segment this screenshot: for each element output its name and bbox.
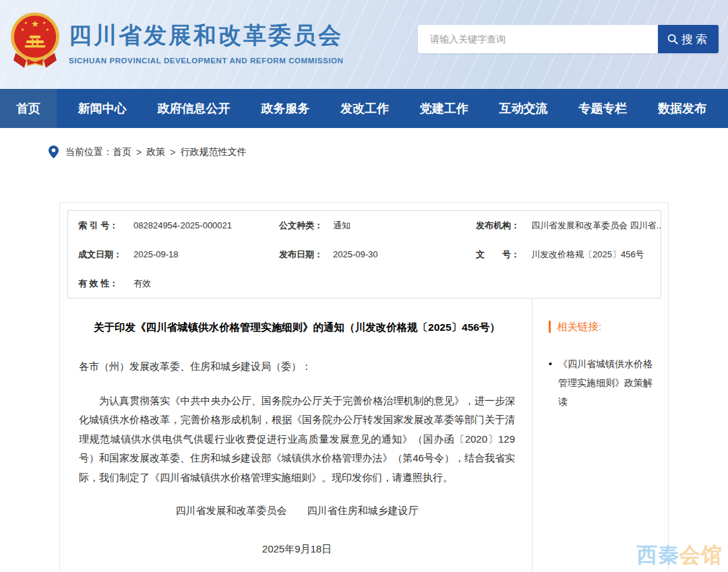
- breadcrumb-policy[interactable]: 政策: [146, 146, 165, 158]
- document-date: 2025年9月18日: [79, 543, 515, 556]
- meta-value-index-no: 082824954-2025-000021: [133, 220, 279, 230]
- nav-item-services[interactable]: 政务服务: [251, 89, 319, 128]
- meta-value-validity: 有效: [133, 278, 279, 290]
- document-panel: 索 引 号： 082824954-2025-000021 公文种类： 通知 发布…: [59, 202, 669, 572]
- document-title: 关于印发《四川省城镇供水价格管理实施细则》的通知（川发改价格规〔2025〕456…: [79, 319, 515, 336]
- search-input[interactable]: [418, 25, 658, 53]
- related-links-sidebar: 相关链接: • 《四川省城镇供水价格管理实施细则》政策解读: [532, 299, 668, 572]
- meta-label-index-no: 索 引 号：: [78, 220, 133, 232]
- svg-text:★: ★: [31, 19, 39, 29]
- document-body: 为认真贯彻落实《中共中央办公厅、国务院办公厅关于完善价格治理机制的意见》，进一步…: [79, 391, 515, 488]
- meta-label-doc-number: 文 号：: [476, 249, 531, 261]
- svg-text:★: ★: [46, 27, 50, 32]
- meta-value-issuer: 四川省发展和改革委员会 四川省...: [531, 220, 661, 232]
- nav-item-party-work[interactable]: 党建工作: [411, 89, 478, 128]
- svg-text:★: ★: [42, 20, 47, 25]
- nav-item-interaction[interactable]: 互动交流: [490, 89, 557, 128]
- site-title-block: 四川省发展和改革委员会 SICHUAN PROVINCIAL DEVELOPME…: [69, 20, 344, 65]
- search-button[interactable]: 搜索: [658, 25, 719, 53]
- meta-value-publish-date: 2025-09-30: [333, 249, 476, 259]
- document-salutation: 各市（州）发展改革委、住房和城乡建设局（委）：: [79, 360, 515, 373]
- nav-item-ndrc-work[interactable]: 发改工作: [331, 89, 398, 128]
- document-meta-table: 索 引 号： 082824954-2025-000021 公文种类： 通知 发布…: [67, 210, 661, 298]
- meta-label-doc-type: 公文种类：: [279, 220, 333, 232]
- national-emblem-logo: ★ ★ ★ ★ ★: [8, 11, 62, 70]
- location-pin-icon: [49, 146, 59, 158]
- site-title: 四川省发展和改革委员会: [69, 20, 344, 51]
- breadcrumb-separator: >: [136, 147, 142, 158]
- search-button-label: 搜索: [681, 32, 710, 47]
- related-links-title: 相关链接:: [549, 321, 656, 333]
- svg-text:★: ★: [21, 27, 25, 32]
- search-icon: [667, 33, 679, 45]
- nav-item-special-topics[interactable]: 专题专栏: [569, 89, 636, 128]
- nav-item-news[interactable]: 新闻中心: [69, 89, 136, 128]
- related-link-item[interactable]: • 《四川省城镇供水价格管理实施细则》政策解读: [549, 354, 656, 411]
- content-row: 关于印发《四川省城镇供水价格管理实施细则》的通知（川发改价格规〔2025〕456…: [60, 299, 668, 572]
- meta-label-validity: 有 效 性：: [78, 278, 133, 290]
- article-column: 关于印发《四川省城镇供水价格管理实施细则》的通知（川发改价格规〔2025〕456…: [60, 299, 532, 572]
- meta-label-issuer: 发布机构：: [476, 220, 531, 232]
- breadcrumb-regulatory-docs[interactable]: 行政规范性文件: [180, 146, 246, 158]
- nav-item-home[interactable]: 首页: [0, 89, 57, 128]
- search-box: 搜索: [418, 25, 719, 53]
- meta-value-doc-type: 通知: [333, 220, 476, 232]
- meta-value-written-date: 2025-09-18: [133, 249, 279, 259]
- meta-label-publish-date: 发布日期：: [279, 249, 333, 261]
- nav-item-data-release[interactable]: 数据发布: [648, 89, 716, 128]
- meta-value-doc-number: 川发改价格规〔2025〕456号: [531, 249, 661, 261]
- nav-item-gov-info[interactable]: 政府信息公开: [148, 89, 240, 128]
- breadcrumb-separator: >: [170, 147, 175, 158]
- site-subtitle: SICHUAN PROVINCIAL DEVELOPMENT AND REFOR…: [69, 57, 344, 65]
- breadcrumb-prefix: 当前位置：: [65, 146, 113, 158]
- related-links-list: • 《四川省城镇供水价格管理实施细则》政策解读: [549, 354, 656, 411]
- svg-text:★: ★: [24, 20, 28, 25]
- meta-label-written-date: 成文日期：: [78, 249, 133, 261]
- main-nav: 首页 新闻中心 政府信息公开 政务服务 发改工作 党建工作 互动交流 专题专栏 …: [0, 89, 728, 128]
- site-header: ★ ★ ★ ★ ★ 四川省发展和改革委员会 SICHUAN PROVINCIAL…: [0, 0, 728, 89]
- document-signature: 四川省发展和改革委员会 四川省住房和城乡建设厅: [79, 505, 515, 517]
- bullet-icon: •: [549, 354, 552, 411]
- breadcrumb-home[interactable]: 首页: [113, 146, 131, 158]
- breadcrumb: 当前位置： 首页 > 政策 > 行政规范性文件: [49, 146, 246, 158]
- related-link-text: 《四川省城镇供水价格管理实施细则》政策解读: [558, 354, 656, 411]
- watermark-part2: 会馆: [679, 543, 723, 567]
